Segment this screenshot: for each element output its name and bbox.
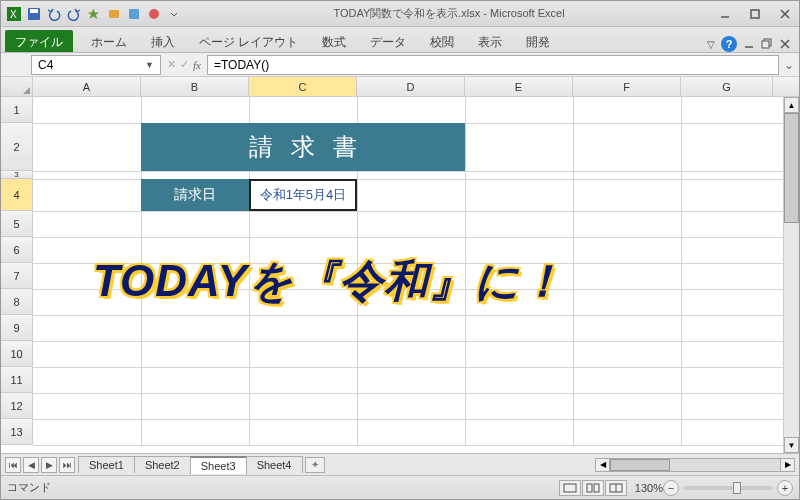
- cancel-formula-icon[interactable]: ✕: [167, 58, 176, 71]
- redo-icon[interactable]: [65, 5, 83, 23]
- tab-formulas[interactable]: 数式: [310, 30, 358, 52]
- sheet-nav-next-icon[interactable]: ▶: [41, 457, 57, 473]
- status-mode: コマンド: [7, 480, 51, 495]
- row-header[interactable]: 13: [1, 419, 33, 445]
- sheet-tab[interactable]: Sheet3: [190, 456, 247, 474]
- column-header[interactable]: E: [465, 77, 573, 96]
- ribbon-minimize-icon[interactable]: ▽: [707, 39, 715, 50]
- qat-icon-4[interactable]: [145, 5, 163, 23]
- tab-view[interactable]: 表示: [466, 30, 514, 52]
- qat-icon-1[interactable]: [85, 5, 103, 23]
- sheet-tab-bar: ⏮ ◀ ▶ ⏭ Sheet1 Sheet2 Sheet3 Sheet4 ✦ ◀ …: [1, 453, 799, 475]
- formula-input[interactable]: =TODAY(): [207, 55, 779, 75]
- status-bar: コマンド 130% − +: [1, 475, 799, 499]
- sheet-nav-first-icon[interactable]: ⏮: [5, 457, 21, 473]
- row-header[interactable]: 4: [1, 179, 33, 211]
- row-header[interactable]: 2: [1, 123, 33, 171]
- formula-value: =TODAY(): [214, 58, 269, 72]
- svg-text:X: X: [10, 9, 17, 20]
- view-page-layout-icon[interactable]: [582, 480, 604, 496]
- workbook-minimize-icon[interactable]: [743, 38, 755, 50]
- column-header[interactable]: A: [33, 77, 141, 96]
- undo-icon[interactable]: [45, 5, 63, 23]
- name-box-value: C4: [38, 58, 53, 72]
- excel-icon: X: [5, 5, 23, 23]
- name-box-dropdown-icon[interactable]: ▼: [145, 60, 154, 70]
- scroll-down-icon[interactable]: ▼: [784, 437, 799, 453]
- scroll-right-icon[interactable]: ▶: [780, 459, 794, 471]
- select-all-button[interactable]: [1, 77, 33, 96]
- qat-icon-3[interactable]: [125, 5, 143, 23]
- row-header[interactable]: 3: [1, 171, 33, 179]
- row-header[interactable]: 8: [1, 289, 33, 315]
- close-button[interactable]: [775, 7, 795, 21]
- row-header[interactable]: 10: [1, 341, 33, 367]
- qat-icon-2[interactable]: [105, 5, 123, 23]
- new-sheet-icon[interactable]: ✦: [305, 457, 325, 473]
- formula-expand-icon[interactable]: ⌄: [779, 58, 799, 72]
- row-header[interactable]: 9: [1, 315, 33, 341]
- cells-area[interactable]: 請求書 請求日 令和1年5月4日 TODAYを『令和』に！: [33, 97, 799, 445]
- sheet-tab[interactable]: Sheet4: [246, 456, 303, 473]
- column-headers: A B C D E F G: [1, 77, 799, 97]
- workbook-restore-icon[interactable]: [761, 38, 773, 50]
- svg-point-7: [149, 9, 159, 19]
- invoice-date-value-cell[interactable]: 令和1年5月4日: [249, 179, 357, 211]
- invoice-date-label-cell[interactable]: 請求日: [141, 179, 249, 211]
- tab-insert[interactable]: 挿入: [139, 30, 187, 52]
- sheet-nav-last-icon[interactable]: ⏭: [59, 457, 75, 473]
- maximize-button[interactable]: [745, 7, 765, 21]
- help-icon[interactable]: ?: [721, 36, 737, 52]
- title-bar: X TODAY関数で令和を表示.xlsx - Microsoft Excel: [1, 1, 799, 27]
- sheet-tab[interactable]: Sheet2: [134, 456, 191, 473]
- row-header[interactable]: 7: [1, 263, 33, 289]
- column-header[interactable]: G: [681, 77, 773, 96]
- window-title: TODAY関数で令和を表示.xlsx - Microsoft Excel: [183, 6, 715, 21]
- tab-data[interactable]: データ: [358, 30, 418, 52]
- svg-rect-13: [564, 484, 576, 492]
- horizontal-scrollbar[interactable]: ◀ ▶: [595, 458, 795, 472]
- svg-rect-14: [587, 484, 592, 492]
- tab-page-layout[interactable]: ページ レイアウト: [187, 30, 310, 52]
- svg-rect-5: [109, 10, 119, 18]
- minimize-button[interactable]: [715, 7, 735, 21]
- zoom-out-icon[interactable]: −: [663, 480, 679, 496]
- window-buttons: [715, 7, 795, 21]
- row-header[interactable]: 5: [1, 211, 33, 237]
- tab-review[interactable]: 校閲: [418, 30, 466, 52]
- row-header[interactable]: 12: [1, 393, 33, 419]
- svg-rect-3: [30, 9, 38, 13]
- view-page-break-icon[interactable]: [605, 480, 627, 496]
- row-header[interactable]: 1: [1, 97, 33, 123]
- column-header[interactable]: C: [249, 77, 357, 96]
- quick-access-toolbar: X: [5, 5, 183, 23]
- column-header[interactable]: D: [357, 77, 465, 96]
- column-header[interactable]: B: [141, 77, 249, 96]
- svg-marker-4: [88, 8, 99, 18]
- row-header[interactable]: 6: [1, 237, 33, 263]
- scroll-left-icon[interactable]: ◀: [596, 459, 610, 471]
- invoice-header-cell[interactable]: 請求書: [141, 123, 465, 171]
- vertical-scrollbar[interactable]: ▲ ▼: [783, 97, 799, 453]
- row-header[interactable]: 11: [1, 367, 33, 393]
- tab-home[interactable]: ホーム: [79, 30, 139, 52]
- scroll-thumb[interactable]: [610, 459, 670, 471]
- name-box[interactable]: C4 ▼: [31, 55, 161, 75]
- file-tab[interactable]: ファイル: [5, 30, 73, 52]
- workbook-close-icon[interactable]: [779, 38, 791, 50]
- zoom-level[interactable]: 130%: [635, 482, 663, 494]
- scroll-thumb[interactable]: [784, 113, 799, 223]
- scroll-up-icon[interactable]: ▲: [784, 97, 799, 113]
- view-normal-icon[interactable]: [559, 480, 581, 496]
- column-header[interactable]: F: [573, 77, 681, 96]
- zoom-in-icon[interactable]: +: [777, 480, 793, 496]
- sheet-tab[interactable]: Sheet1: [78, 456, 135, 473]
- qat-dropdown-icon[interactable]: [165, 5, 183, 23]
- save-icon[interactable]: [25, 5, 43, 23]
- fx-icon[interactable]: fx: [193, 59, 201, 71]
- enter-formula-icon[interactable]: ✓: [180, 58, 189, 71]
- tab-developer[interactable]: 開発: [514, 30, 562, 52]
- zoom-slider[interactable]: [683, 486, 773, 490]
- svg-rect-9: [751, 10, 759, 18]
- sheet-nav-prev-icon[interactable]: ◀: [23, 457, 39, 473]
